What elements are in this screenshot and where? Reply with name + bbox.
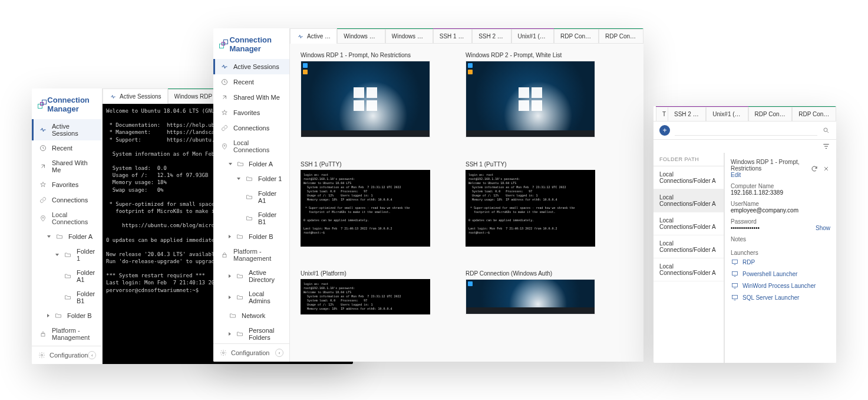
table-row[interactable]: Local Connections/Folder A	[654, 166, 724, 189]
sidebar-tree-folder-b1[interactable]: Folder B1	[213, 208, 289, 229]
table-row[interactable]: Local Connections/Folder A	[654, 235, 724, 258]
svg-rect-8	[223, 255, 226, 258]
launcher-rdp[interactable]: RDP	[731, 256, 830, 268]
sidebar-tree-folder-b1[interactable]: Folder B1	[32, 287, 102, 308]
sidebar-item-shared[interactable]: Shared With Me	[213, 90, 289, 105]
sidebar-item-label: Folder B1	[258, 211, 282, 225]
sidebar-tree-local[interactable]: Local Connections	[213, 136, 289, 157]
sidebar-tree-local[interactable]: Local Connections	[32, 208, 102, 229]
tab-ssh1[interactable]: SSH 1 (PuTTY)	[433, 29, 472, 43]
sidebar-tree-folder-1[interactable]: Folder 1	[32, 244, 102, 265]
edit-link[interactable]: Edit	[731, 172, 810, 178]
table-row[interactable]: Local Connections/Folder A	[654, 258, 724, 281]
tab-rdpc2[interactable]: RDP Connection...	[792, 107, 836, 121]
chevron-right-icon	[229, 296, 231, 299]
launcher-sql[interactable]: SQL Server Launcher	[731, 291, 830, 303]
sidebar-tree-local-admins[interactable]: Local Admins	[213, 287, 289, 308]
close-icon[interactable]	[822, 165, 830, 173]
lock-icon	[39, 330, 47, 338]
tab-rdp1[interactable]: Windows RDP 1 - ...	[337, 29, 385, 43]
refresh-icon[interactable]	[810, 165, 819, 173]
sidebar-item-connections[interactable]: Connections	[213, 120, 289, 136]
search-icon[interactable]	[822, 126, 830, 135]
sidebar-tree-folder-a1[interactable]: Folder A1	[213, 186, 289, 208]
detail-pane: Windows RDP 1 - Prompt, Restrictions Edi…	[724, 153, 836, 363]
sidebar-item-active-sessions[interactable]: Active Sessions	[213, 59, 289, 74]
app-logo-icon	[38, 100, 44, 109]
sidebar-item-recent[interactable]: Recent	[32, 140, 102, 156]
session-thumb-ssh1[interactable]: SSH 1 (PuTTY) login as: root root@192.16…	[301, 161, 430, 247]
sidebar-tree-folder-b[interactable]: Folder B	[32, 308, 102, 323]
filter-icon[interactable]	[822, 142, 830, 150]
chevron-right-icon	[229, 235, 231, 238]
tab-rdp2[interactable]: Windows RDP 2 - ...	[385, 29, 433, 43]
pulse-icon	[296, 32, 305, 41]
sidebar-tree-network[interactable]: Network	[213, 308, 289, 323]
tab-rdpc1[interactable]: RDP Connection...	[554, 29, 599, 43]
collapse-sidebar-icon[interactable]: ‹	[88, 351, 96, 359]
svg-rect-13	[732, 260, 738, 264]
add-button[interactable]: +	[659, 125, 670, 136]
svg-point-5	[41, 355, 43, 356]
sidebar-tree-folder-1[interactable]: Folder 1	[213, 171, 289, 186]
show-password-link[interactable]: Show	[816, 225, 830, 231]
sidebar-item-recent[interactable]: Recent	[213, 74, 289, 90]
tab-unix1[interactable]: Unix#1 (Platform)	[706, 107, 748, 121]
tab-rdpc1[interactable]: RDP Connection...	[748, 107, 793, 121]
svg-rect-14	[732, 272, 738, 276]
sidebar-item-connections[interactable]: Connections	[32, 192, 102, 208]
tab-label: SSH 1 (PuTTY)	[440, 33, 466, 40]
brand: Connection Manager	[213, 28, 289, 59]
table-row[interactable]: Local Connections/Folder A	[654, 212, 724, 235]
session-title: Unix#1 (Platform)	[301, 270, 430, 277]
sidebar: Connection Manager Active Sessions Recen…	[213, 28, 290, 362]
tab-unix1[interactable]: Unix#1 (Platform)	[511, 29, 554, 43]
session-title: Windows RDP 1 - Prompt, No Restrictions	[301, 52, 430, 58]
sidebar-item-label: Active Directory	[249, 269, 282, 283]
tab-label: SSH 2 (PuTTY)	[674, 111, 699, 117]
password-value: ••••••••••••••	[731, 225, 760, 231]
sidebar-item-label: Folder A1	[258, 190, 282, 204]
pulse-icon	[220, 63, 229, 71]
collapse-sidebar-icon[interactable]: ‹	[275, 349, 283, 357]
launcher-powershell[interactable]: Powershell Launcher	[731, 268, 830, 280]
tab-ssh2[interactable]: SSH 2 (PuTTY)	[472, 29, 511, 43]
username-label: UserName	[731, 201, 830, 207]
tab-label: TY)	[662, 111, 666, 117]
monitor-icon	[731, 281, 739, 290]
tab-active-sessions[interactable]: Active Sessions	[290, 28, 337, 44]
sidebar-list: Active Sessions Recent Shared With Me Fa…	[213, 59, 289, 343]
session-thumb-unix1[interactable]: Unix#1 (Platform) login as: root root@19…	[301, 270, 430, 314]
tab-active-sessions[interactable]: Active Sessions	[103, 88, 168, 104]
chevron-right-icon	[229, 332, 231, 336]
sidebar-tree-folder-a1[interactable]: Folder A1	[32, 265, 102, 287]
ssh-preview: login as: root root@192.168.1.10's passw…	[301, 170, 430, 247]
sidebar-item-favorites[interactable]: Favorites	[32, 177, 102, 192]
session-thumb-rdp2[interactable]: Windows RDP 2 - Prompt, White List	[466, 52, 595, 137]
session-thumb-rdpconn[interactable]: RDP Connection (Windows Auth)	[466, 270, 595, 314]
sidebar-item-favorites[interactable]: Favorites	[213, 105, 289, 120]
sidebar-tree-platform[interactable]: Platform - Management	[213, 244, 289, 265]
tab-rdpc2[interactable]: RDP Connection...	[599, 29, 643, 43]
session-thumb-rdp1[interactable]: Windows RDP 1 - Prompt, No Restrictions	[301, 52, 430, 137]
sidebar-tree-folder-b[interactable]: Folder B	[213, 229, 289, 244]
configuration-button[interactable]: Configuration	[38, 351, 88, 359]
monitor-icon	[731, 258, 739, 266]
configuration-button[interactable]: Configuration	[219, 349, 269, 357]
launcher-winword[interactable]: WinWord Process Launcher	[731, 280, 830, 291]
sidebar-item-active-sessions[interactable]: Active Sessions	[32, 119, 102, 140]
table-row[interactable]: Local Connections/Folder A	[654, 189, 724, 212]
tab-label: RDP Connection...	[798, 111, 830, 117]
sidebar-item-label: Configuration	[231, 349, 269, 356]
sidebar-tree-folder-a[interactable]: Folder A	[213, 157, 289, 171]
sidebar-tree-ad[interactable]: Active Directory	[213, 265, 289, 287]
sidebar-tree-platform[interactable]: Platform - Management	[32, 323, 102, 345]
sidebar-item-label: Folder A1	[77, 269, 95, 283]
session-thumb-ssh1b[interactable]: SSH 1 (PuTTY) login as: root root@192.16…	[466, 161, 595, 247]
sidebar-tree-personal[interactable]: Personal Folders	[213, 323, 289, 343]
sidebar-item-shared[interactable]: Shared With Me	[32, 156, 102, 177]
search-input[interactable]	[675, 126, 817, 136]
sidebar-tree-folder-a[interactable]: Folder A	[32, 229, 102, 244]
brand: Connection Manager	[32, 88, 102, 119]
tab-ssh2[interactable]: SSH 2 (PuTTY)	[668, 107, 706, 121]
